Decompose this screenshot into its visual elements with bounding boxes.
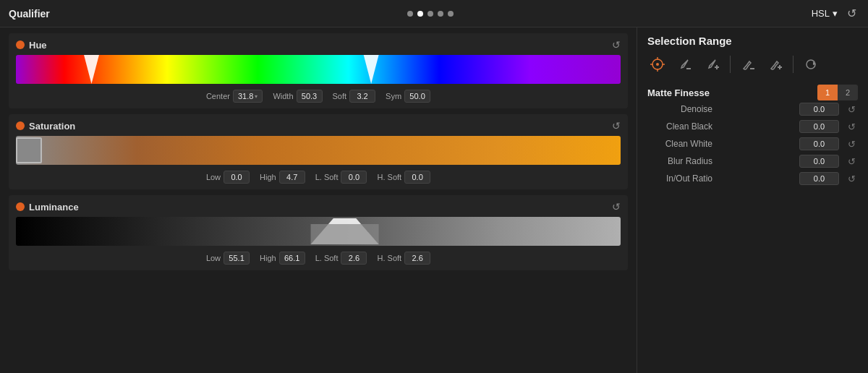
lum-indicator[interactable] bbox=[16, 202, 25, 211]
clean-black-value[interactable]: 0.0 bbox=[799, 120, 839, 133]
sat-bar-container bbox=[16, 136, 621, 165]
hue-center-group: Center 31.8 ▾ bbox=[206, 90, 263, 103]
matte-finesse-tabs[interactable]: 1 2 bbox=[817, 85, 858, 100]
header-right: HSL ▾ ↺ bbox=[812, 6, 859, 22]
hue-sym-value[interactable]: 50.0 bbox=[404, 90, 430, 103]
inout-ratio-reset[interactable]: ↺ bbox=[845, 173, 858, 184]
luminance-section: Luminance ↺ bbox=[9, 195, 628, 270]
hue-sym-group: Sym 50.0 bbox=[386, 90, 430, 103]
sat-indicator[interactable] bbox=[16, 121, 25, 130]
lum-high-group: High 66.1 bbox=[260, 252, 305, 265]
lum-low-value[interactable]: 55.1 bbox=[224, 252, 250, 265]
sat-low-group: Low 0.0 bbox=[206, 171, 250, 184]
denoise-reset[interactable]: ↺ bbox=[845, 104, 858, 115]
subtract-brush-icon[interactable] bbox=[738, 54, 758, 74]
param-row-blur-radius: Blur Radius 0.0 ↺ bbox=[647, 153, 858, 170]
dot-4[interactable] bbox=[438, 11, 443, 17]
hue-indicator[interactable] bbox=[16, 40, 25, 49]
hue-title-group: Hue bbox=[16, 40, 47, 51]
clean-white-reset[interactable]: ↺ bbox=[845, 139, 858, 150]
inout-ratio-right: 0.0 ↺ bbox=[799, 172, 858, 185]
hue-center-value[interactable]: 31.8 ▾ bbox=[233, 90, 263, 103]
lum-lsoft-label: L. Soft bbox=[315, 254, 339, 262]
matte-finesse-title: Matte Finesse bbox=[647, 87, 710, 98]
matte-finesse-section: Matte Finesse 1 2 Denoise 0.0 ↺ bbox=[647, 85, 858, 187]
blur-radius-value[interactable]: 0.0 bbox=[799, 155, 839, 168]
sat-reset-icon[interactable]: ↺ bbox=[612, 120, 621, 132]
sat-bar[interactable] bbox=[16, 136, 621, 165]
eyedropper-target-icon[interactable] bbox=[647, 54, 668, 74]
lum-bar[interactable] bbox=[16, 217, 621, 246]
blur-radius-right: 0.0 ↺ bbox=[799, 155, 858, 168]
denoise-right: 0.0 ↺ bbox=[799, 103, 858, 116]
sat-header: Saturation ↺ bbox=[16, 120, 621, 132]
saturation-section: Saturation ↺ Low 0.0 High bbox=[9, 114, 628, 189]
hsl-arrow: ▾ bbox=[833, 8, 838, 19]
refresh-icon[interactable] bbox=[801, 54, 821, 74]
denoise-value[interactable]: 0.0 bbox=[799, 103, 839, 116]
selection-range-icons bbox=[647, 51, 858, 77]
sat-lsoft-value[interactable]: 0.0 bbox=[341, 171, 367, 184]
lum-low-group: Low 55.1 bbox=[206, 252, 250, 265]
dot-3[interactable] bbox=[427, 11, 433, 17]
clean-black-reset[interactable]: ↺ bbox=[845, 121, 858, 132]
lum-lsoft-value[interactable]: 2.6 bbox=[341, 252, 367, 265]
sat-high-label: High bbox=[260, 173, 276, 181]
denoise-label: Denoise bbox=[647, 104, 712, 114]
inout-ratio-label: In/Out Ratio bbox=[647, 173, 712, 184]
param-row-clean-white: Clean White 0.0 ↺ bbox=[647, 135, 858, 153]
main-container: Qualifier HSL ▾ ↺ Hue bbox=[0, 0, 868, 373]
global-reset-icon[interactable]: ↺ bbox=[843, 6, 859, 22]
dot-5[interactable] bbox=[448, 11, 454, 17]
header: Qualifier HSL ▾ ↺ bbox=[0, 0, 868, 27]
sat-thumb[interactable] bbox=[16, 137, 42, 163]
hue-reset-icon[interactable]: ↺ bbox=[612, 39, 621, 51]
hue-width-label: Width bbox=[273, 92, 293, 100]
lum-hsoft-value[interactable]: 2.6 bbox=[404, 252, 430, 265]
matte-tab-1[interactable]: 1 bbox=[817, 85, 838, 100]
lum-reset-icon[interactable]: ↺ bbox=[612, 201, 621, 213]
dot-2-active[interactable] bbox=[417, 11, 423, 17]
hue-soft-group: Soft 3.2 bbox=[333, 90, 376, 103]
sat-hsoft-value[interactable]: 0.0 bbox=[404, 171, 430, 184]
hue-soft-value[interactable]: 3.2 bbox=[349, 90, 375, 103]
param-row-denoise: Denoise 0.0 ↺ bbox=[647, 100, 858, 118]
dot-1[interactable] bbox=[407, 11, 413, 17]
inout-ratio-value[interactable]: 0.0 bbox=[799, 172, 839, 185]
hsl-dropdown[interactable]: HSL ▾ bbox=[812, 8, 838, 19]
hue-width-value[interactable]: 50.3 bbox=[297, 90, 323, 103]
header-dots bbox=[407, 11, 454, 17]
lum-high-value[interactable]: 66.1 bbox=[279, 252, 305, 265]
hue-center-label: Center bbox=[206, 92, 230, 100]
hue-sym-label: Sym bbox=[386, 92, 401, 100]
add-eyedropper-icon[interactable] bbox=[702, 54, 723, 74]
subtract-eyedropper-icon[interactable] bbox=[675, 54, 695, 74]
selection-range-title: Selection Range bbox=[647, 35, 858, 47]
matte-finesse-header: Matte Finesse 1 2 bbox=[647, 85, 858, 100]
sat-hsoft-label: H. Soft bbox=[377, 173, 401, 181]
sat-low-value[interactable]: 0.0 bbox=[224, 171, 250, 184]
clean-black-right: 0.0 ↺ bbox=[799, 120, 858, 133]
sat-lsoft-group: L. Soft 0.0 bbox=[315, 171, 367, 184]
clean-white-label: Clean White bbox=[647, 139, 712, 149]
sat-high-value[interactable]: 4.7 bbox=[279, 171, 305, 184]
param-row-inout-ratio: In/Out Ratio 0.0 ↺ bbox=[647, 170, 858, 187]
left-panel: Hue ↺ bbox=[0, 27, 637, 373]
sat-title-group: Saturation bbox=[16, 121, 75, 132]
lum-hsoft-group: H. Soft 2.6 bbox=[377, 252, 430, 265]
hue-header: Hue ↺ bbox=[16, 39, 621, 51]
hue-bar[interactable] bbox=[16, 55, 621, 84]
clean-white-value[interactable]: 0.0 bbox=[799, 137, 839, 150]
app-title: Qualifier bbox=[9, 8, 50, 20]
icon-separator-2 bbox=[793, 56, 793, 73]
hue-title: Hue bbox=[29, 40, 47, 51]
matte-tab-2[interactable]: 2 bbox=[838, 85, 858, 100]
icon-separator-1 bbox=[730, 56, 731, 73]
blur-radius-reset[interactable]: ↺ bbox=[845, 156, 858, 167]
lum-hsoft-label: H. Soft bbox=[377, 254, 401, 262]
add-brush-icon[interactable] bbox=[765, 54, 786, 74]
hue-bar-container bbox=[16, 55, 621, 84]
hue-gradient bbox=[16, 55, 621, 84]
matte-params: Denoise 0.0 ↺ Clean Black 0.0 ↺ bbox=[647, 100, 858, 187]
clean-white-right: 0.0 ↺ bbox=[799, 137, 858, 150]
